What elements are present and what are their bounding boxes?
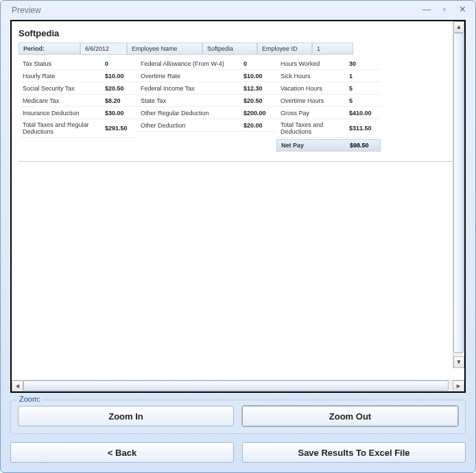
- net-pay-row: Net Pay $98.50: [276, 139, 381, 151]
- save-excel-button[interactable]: Save Results To Excel File: [242, 442, 466, 463]
- column-2: Federal Allowance (From W-4)0 Overtime R…: [136, 58, 276, 151]
- table-row: Vacation Hours5: [276, 82, 381, 95]
- period-value: 6/6/2012: [80, 43, 127, 55]
- close-button[interactable]: ✕: [455, 5, 470, 16]
- maximize-button[interactable]: ▫: [437, 5, 452, 16]
- table-row: Total Taxes and Deductions$311.50: [276, 119, 381, 138]
- column-3: Hours Worked30 Sick Hours1 Vacation Hour…: [276, 58, 381, 151]
- zoom-out-button[interactable]: Zoom Out: [242, 406, 458, 426]
- data-block: Tax Status0 Hourly Rate$10.00 Social Sec…: [19, 58, 457, 151]
- scroll-down-icon[interactable]: ▼: [453, 356, 464, 368]
- scroll-right-icon[interactable]: ►: [453, 380, 464, 392]
- table-row: State Tax$20.50: [136, 95, 276, 107]
- empid-label: Employee ID: [257, 43, 312, 55]
- back-button[interactable]: < Back: [10, 442, 234, 463]
- vertical-scrollbar[interactable]: ▲ ▼: [453, 21, 464, 368]
- table-row: Hourly Rate$10.00: [19, 70, 136, 82]
- table-row: Tax Status0: [19, 58, 136, 70]
- scroll-up-icon[interactable]: ▲: [453, 21, 464, 33]
- empname-label: Employee Name: [127, 43, 202, 55]
- hscroll-thumb[interactable]: [23, 380, 449, 391]
- empname-value: Softpedia: [202, 43, 257, 55]
- table-row: Other Deduction$20.00: [136, 119, 276, 132]
- table-row: Overtime Hours5: [276, 95, 381, 107]
- preview-document: Softpedia Period: 6/6/2012 Employee Name…: [12, 21, 464, 380]
- hscroll-track[interactable]: [23, 380, 453, 392]
- preview-frame: Softpedia Period: 6/6/2012 Employee Name…: [10, 20, 466, 393]
- preview-window: Preview — ▫ ✕ Softpedia Period: 6/6/2012…: [0, 0, 476, 473]
- table-row: Overtime Rate$10.00: [136, 70, 276, 82]
- divider: [19, 161, 457, 162]
- column-1: Tax Status0 Hourly Rate$10.00 Social Sec…: [19, 58, 136, 151]
- company-name: Softpedia: [19, 28, 457, 38]
- period-label: Period:: [19, 43, 80, 55]
- empid-value: 1: [312, 43, 353, 55]
- table-row: Other Regular Deduction$200.00: [136, 107, 276, 119]
- table-row: Social Security Tax$20.50: [19, 82, 136, 95]
- minimize-button[interactable]: —: [419, 5, 434, 16]
- vscroll-track[interactable]: [453, 33, 464, 356]
- horizontal-scrollbar[interactable]: ◄ ►: [12, 380, 464, 391]
- zoom-in-button[interactable]: Zoom In: [18, 406, 234, 426]
- table-row: Federal Income Tax$12.30: [136, 82, 276, 95]
- table-row: Gross Pay$410.00: [276, 107, 381, 119]
- bottom-buttons: < Back Save Results To Excel File: [10, 442, 466, 463]
- table-row: Federal Allowance (From W-4)0: [136, 58, 276, 70]
- zoom-legend: Zoom:: [16, 395, 43, 403]
- scroll-left-icon[interactable]: ◄: [12, 380, 23, 392]
- header-row: Period: 6/6/2012 Employee Name Softpedia…: [19, 43, 457, 55]
- table-row: Medicare Tax$8.20: [19, 95, 136, 107]
- table-row: Hours Worked30: [276, 58, 381, 70]
- table-row: Insurance Deduction$30.00: [19, 107, 136, 119]
- window-title: Preview: [6, 5, 416, 15]
- vscroll-thumb[interactable]: [453, 33, 464, 353]
- content-area: Softpedia Period: 6/6/2012 Employee Name…: [1, 20, 475, 472]
- table-row: Total Taxes and Regular Deductions$291.5…: [19, 119, 136, 138]
- titlebar: Preview — ▫ ✕: [1, 1, 475, 20]
- table-row: Sick Hours1: [276, 70, 381, 82]
- zoom-group: Zoom: Zoom In Zoom Out: [10, 400, 466, 434]
